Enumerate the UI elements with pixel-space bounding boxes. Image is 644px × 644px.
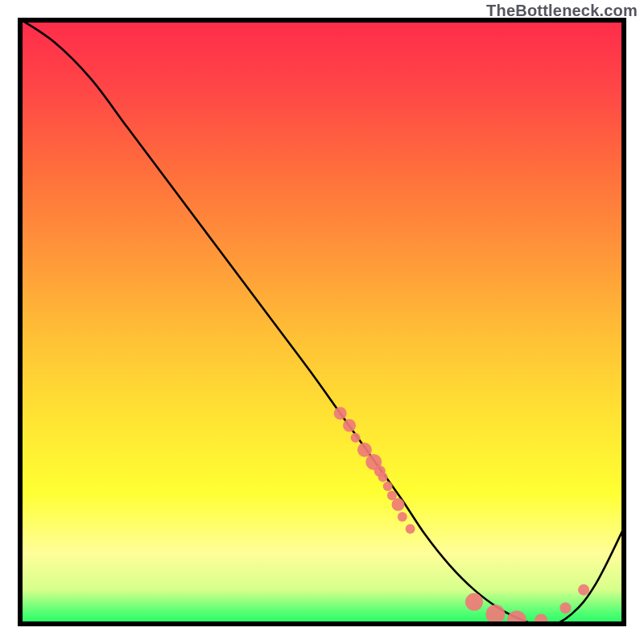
attribution-text: TheBottleneck.com xyxy=(486,2,638,20)
plot-gradient-background xyxy=(18,18,626,626)
chart-wrap: TheBottleneck.com xyxy=(0,0,644,644)
plot-frame xyxy=(18,18,626,626)
